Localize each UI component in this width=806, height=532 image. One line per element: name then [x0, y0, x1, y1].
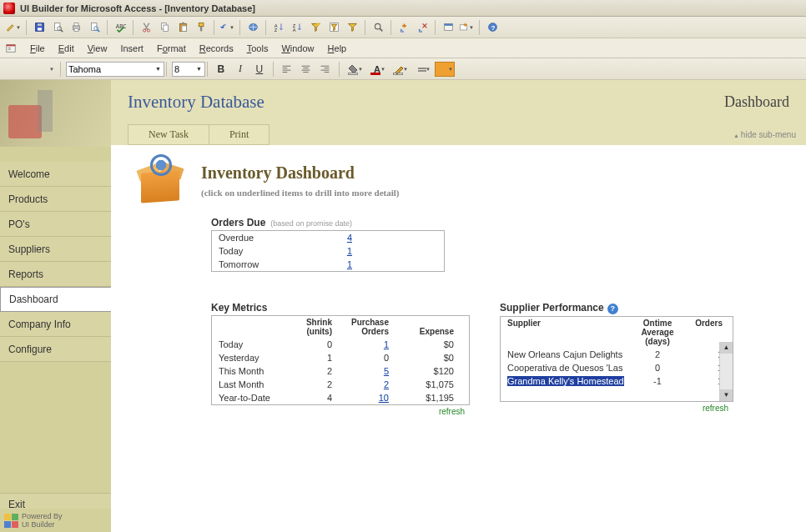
svg-rect-37: [8, 48, 12, 48]
action-bar: New Task Print hide sub-menu: [111, 123, 806, 145]
special-effect-button[interactable]: ▼: [435, 62, 455, 77]
svg-rect-16: [163, 25, 168, 31]
font-selector[interactable]: [66, 62, 164, 77]
align-right-button[interactable]: [317, 61, 334, 78]
svg-text:Z: Z: [274, 28, 277, 33]
dashboard-title: Inventory Dashboard: [201, 163, 400, 183]
line-color-button[interactable]: ▼: [390, 62, 410, 77]
scroll-up-icon[interactable]: ▲: [720, 342, 733, 354]
svg-point-28: [375, 23, 380, 29]
bold-button[interactable]: B: [213, 61, 229, 78]
file-search-button[interactable]: [49, 19, 66, 36]
apply-filter-button[interactable]: [344, 19, 360, 36]
svg-text:ABC: ABC: [115, 23, 125, 29]
copy-button[interactable]: [156, 19, 173, 36]
supplier-perf-label: Supplier Performance?: [500, 302, 733, 314]
print-button[interactable]: [68, 19, 84, 36]
font-size-selector[interactable]: [172, 62, 205, 77]
sp-refresh-link[interactable]: refresh: [500, 402, 733, 413]
help-icon[interactable]: ?: [607, 304, 618, 314]
key-metrics-table: Shrink(units) PurchaseOrders Expense Tod…: [211, 315, 470, 405]
svg-rect-18: [181, 23, 184, 24]
filter-selection-button[interactable]: [307, 19, 324, 36]
svg-rect-20: [199, 23, 204, 27]
menu-file[interactable]: File: [23, 41, 52, 56]
formatting-toolbar: ▼ ▼ ▼ B I U ▼ A▼ ▼ ▼ ▼: [0, 58, 806, 80]
svg-rect-8: [74, 28, 78, 31]
sort-desc-button[interactable]: ZA: [289, 19, 305, 36]
object-selector[interactable]: ▼: [5, 61, 55, 78]
orders-due-table: Overdue4 Today1 Tomorrow1: [211, 230, 445, 272]
menu-edit[interactable]: Edit: [52, 41, 81, 56]
delete-record-button[interactable]: [414, 19, 431, 36]
svg-rect-7: [74, 23, 78, 26]
menu-records[interactable]: Records: [193, 41, 240, 56]
fill-color-button[interactable]: ▼: [345, 62, 365, 77]
svg-rect-1: [38, 28, 42, 30]
line-width-button[interactable]: ▼: [412, 62, 432, 77]
col-shrink: Shrink(units): [292, 318, 332, 336]
page-header: Inventory Database Dashboard: [111, 80, 806, 123]
help-button[interactable]: ?: [484, 19, 501, 36]
col-ontime: Ontime Average(days): [632, 319, 683, 346]
km-refresh-link[interactable]: refresh: [211, 405, 470, 416]
page-title: Inventory Database: [128, 92, 264, 113]
nav-reports[interactable]: Reports: [0, 262, 111, 287]
title-bar: UI Builder for Microsoft Access - [Inven…: [0, 0, 806, 17]
scroll-down-icon[interactable]: ▼: [720, 389, 733, 401]
menu-format[interactable]: Format: [150, 41, 193, 56]
print-action-button[interactable]: Print: [209, 124, 270, 145]
align-center-button[interactable]: [298, 61, 315, 78]
filter-form-button[interactable]: [325, 19, 342, 36]
new-object-button[interactable]: ▼: [458, 19, 475, 36]
cut-button[interactable]: [138, 19, 154, 36]
nav-dashboard[interactable]: Dashboard: [0, 287, 111, 312]
svg-rect-19: [181, 26, 186, 32]
align-left-button[interactable]: [279, 61, 295, 78]
sidebar: Welcome Products PO's Suppliers Reports …: [0, 80, 111, 532]
dashboard-icon: [134, 157, 186, 205]
underline-button[interactable]: U: [251, 61, 268, 78]
supplier-scrollbar[interactable]: ▲▼: [719, 342, 733, 401]
menu-bar: File Edit View Insert Format Records Too…: [0, 38, 806, 58]
new-record-button[interactable]: [395, 19, 412, 36]
nav-pos[interactable]: PO's: [0, 212, 111, 237]
hide-submenu-link[interactable]: hide sub-menu: [733, 130, 796, 139]
nav-suppliers[interactable]: Suppliers: [0, 237, 111, 262]
tomorrow-link[interactable]: 1: [347, 259, 352, 269]
svg-line-29: [380, 28, 382, 31]
menu-window[interactable]: Window: [275, 41, 320, 56]
undo-button[interactable]: ▼: [219, 19, 235, 36]
find-button[interactable]: [370, 19, 386, 36]
save-button[interactable]: [31, 19, 48, 36]
app-icon: [3, 3, 15, 14]
print-preview-button[interactable]: [86, 19, 103, 36]
italic-button[interactable]: I: [232, 61, 249, 78]
format-painter-button[interactable]: [193, 19, 209, 36]
sort-asc-button[interactable]: AZ: [270, 19, 287, 36]
today-link[interactable]: 1: [347, 246, 352, 256]
window-title: UI Builder for Microsoft Access - [Inven…: [20, 3, 255, 13]
menu-help[interactable]: Help: [321, 41, 354, 56]
paste-button[interactable]: [174, 19, 191, 36]
nav-products[interactable]: Products: [0, 187, 111, 212]
new-task-button[interactable]: New Task: [128, 124, 209, 145]
overdue-link[interactable]: 4: [347, 233, 352, 243]
po-link[interactable]: 10: [379, 393, 389, 403]
link-button[interactable]: [244, 19, 261, 36]
orders-due-label: Orders Due(based on promise date): [211, 217, 789, 228]
database-window-button[interactable]: [440, 19, 456, 36]
svg-rect-36: [7, 44, 16, 46]
nav-configure[interactable]: Configure: [0, 337, 111, 362]
spelling-button[interactable]: ABC: [112, 19, 128, 36]
font-color-button[interactable]: A▼: [367, 62, 387, 77]
nav-welcome[interactable]: Welcome: [0, 162, 111, 187]
menu-view[interactable]: View: [81, 41, 114, 56]
svg-line-11: [97, 30, 98, 32]
design-view-button[interactable]: ▼: [5, 19, 22, 36]
supplier-perf-table: Supplier Ontime Average(days) Orders New…: [500, 316, 733, 402]
svg-rect-38: [8, 48, 12, 49]
nav-company-info[interactable]: Company Info: [0, 312, 111, 337]
menu-insert[interactable]: Insert: [113, 41, 150, 56]
menu-tools[interactable]: Tools: [240, 41, 275, 56]
